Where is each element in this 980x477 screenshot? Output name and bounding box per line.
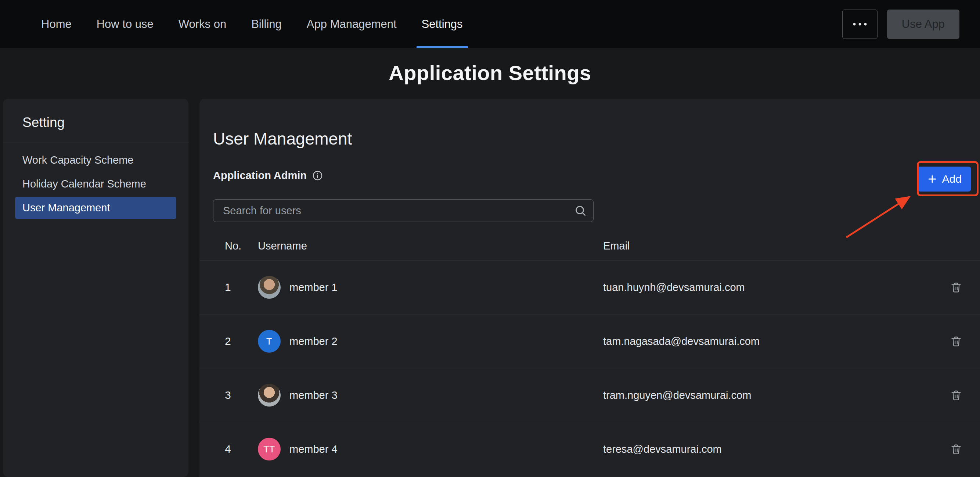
avatar: [258, 384, 281, 407]
use-app-button[interactable]: Use App: [887, 10, 959, 39]
trash-icon: [950, 443, 963, 455]
nav-item-app-management[interactable]: App Management: [294, 0, 409, 48]
row-number: 1: [225, 281, 258, 293]
application-admin-label: Application Admin: [213, 170, 307, 182]
page-title: Application Settings: [0, 61, 980, 85]
nav-item-settings[interactable]: Settings: [409, 0, 475, 48]
settings-sidebar: Setting Work Capacity SchemeHoliday Cale…: [3, 99, 188, 477]
username: member 3: [290, 389, 337, 401]
header-no: No.: [225, 240, 258, 252]
nav-item-home[interactable]: Home: [29, 0, 84, 48]
email: tam.nagasada@devsamurai.com: [603, 335, 940, 347]
header-email: Email: [603, 240, 940, 252]
email: tram.nguyen@devsamurai.com: [603, 389, 940, 401]
sidebar-item-holiday-calendar-scheme[interactable]: Holiday Calendar Scheme: [15, 173, 176, 195]
username: member 1: [290, 281, 337, 293]
top-navbar: HomeHow to useWorks onBillingApp Managem…: [0, 0, 980, 48]
search-input[interactable]: [213, 199, 593, 222]
username-cell: TTmember 4: [258, 438, 603, 461]
username-cell: member 1: [258, 276, 603, 299]
avatar: T: [258, 330, 281, 353]
ellipsis-icon: [853, 22, 867, 26]
email: tuan.huynh@devsamurai.com: [603, 281, 940, 293]
search-icon[interactable]: [574, 204, 587, 217]
delete-user-button[interactable]: [950, 335, 963, 347]
add-button-label: Add: [942, 173, 962, 185]
sidebar-item-work-capacity-scheme[interactable]: Work Capacity Scheme: [15, 149, 176, 171]
table-row: 3member 3tram.nguyen@devsamurai.com: [199, 368, 980, 422]
app-window: HomeHow to useWorks onBillingApp Managem…: [0, 0, 980, 477]
application-admin-row: Application Admin: [213, 168, 980, 182]
email: teresa@devsamurai.com: [603, 443, 940, 455]
header-username: Username: [258, 240, 603, 252]
navbar-actions: Use App: [842, 10, 959, 39]
more-button[interactable]: [842, 10, 878, 39]
sidebar-item-user-management[interactable]: User Management: [15, 197, 176, 219]
username-cell: member 3: [258, 384, 603, 407]
nav-item-how-to-use[interactable]: How to use: [84, 0, 166, 48]
avatar: [258, 276, 281, 299]
delete-user-button[interactable]: [950, 281, 963, 293]
username: member 2: [290, 335, 337, 347]
table-row: 1member 1tuan.huynh@devsamurai.com: [199, 260, 980, 314]
sidebar-title: Setting: [3, 99, 188, 130]
delete-user-button[interactable]: [950, 443, 963, 455]
table-row: 2Tmember 2tam.nagasada@devsamurai.com: [199, 314, 980, 368]
search-box: [213, 199, 593, 222]
users-table: No. Username Email 1member 1tuan.huynh@d…: [199, 231, 980, 476]
avatar: TT: [258, 438, 281, 461]
info-icon[interactable]: [312, 170, 323, 181]
row-number: 3: [225, 389, 258, 401]
nav-item-works-on[interactable]: Works on: [166, 0, 239, 48]
username: member 4: [290, 443, 337, 455]
user-management-panel: User Management Application Admin Add: [199, 99, 980, 477]
trash-icon: [950, 281, 963, 293]
trash-icon: [950, 335, 963, 347]
table-body: 1member 1tuan.huynh@devsamurai.com2Tmemb…: [199, 260, 980, 476]
table-row: 4TTmember 4teresa@devsamurai.com: [199, 422, 980, 476]
plus-icon: [927, 174, 938, 185]
row-number: 2: [225, 335, 258, 347]
username-cell: Tmember 2: [258, 330, 603, 353]
row-number: 4: [225, 443, 258, 455]
trash-icon: [950, 389, 963, 401]
table-header-row: No. Username Email: [199, 231, 980, 260]
add-button[interactable]: Add: [917, 166, 971, 192]
divider: [3, 142, 188, 143]
sidebar-list: Work Capacity SchemeHoliday Calendar Sch…: [3, 149, 188, 219]
nav-item-billing[interactable]: Billing: [239, 0, 294, 48]
nav-items: HomeHow to useWorks onBillingApp Managem…: [29, 0, 475, 48]
delete-user-button[interactable]: [950, 389, 963, 401]
panel-heading: User Management: [213, 129, 980, 149]
